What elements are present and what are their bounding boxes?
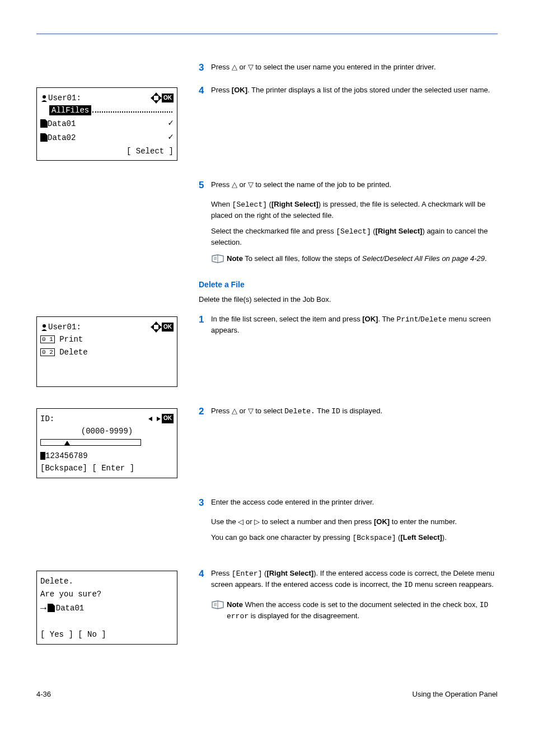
delete-step4-text: Press [Enter] ([Right Select]). If the e… [211,568,498,591]
note-block: Note To select all files, follow the ste… [211,254,498,264]
checkmark-icon: ✓ [168,117,174,130]
section-heading-delete: Delete a File [199,279,498,290]
menu-index-01: 0 1 [40,335,55,343]
id-field [40,439,141,446]
selected-row: AllFiles [49,105,91,115]
delete-step3-detail-2: You can go back one character by pressin… [211,533,498,544]
step-number: 5 [199,180,211,194]
step-5-text: Press △ or ▽ to select the name of the j… [211,180,498,190]
ok-icon: OK [162,94,174,103]
svg-point-1 [43,324,46,328]
lcd-screen-filelist: User01: OK AllFiles Data01 ✓ Data02 ✓ [36,87,177,161]
step-number: 4 [199,568,211,594]
footer-title: Using the Operation Panel [413,689,498,700]
nav-icon [152,94,161,102]
menu-index-02: 0 2 [40,348,55,356]
step-3-text: Press △ or ▽ to select the user name you… [211,62,498,73]
lcd-screen-menu: User01: OK 0 1 Print 0 2 Delete [36,316,177,386]
ok-icon: OK [162,323,174,332]
document-icon [40,133,48,142]
lcd-screen-id: ID: OK (0000-9999) 123456789 [Bckspace] … [36,408,177,478]
nav-icon [152,323,161,332]
left-arrow-icon [148,417,152,421]
step-number: 4 [199,85,211,99]
delete-step3-detail-1: Use the ◁ or ▷ to select a number and th… [211,517,498,528]
delete-step1-text: In the file list screen, select the item… [211,314,498,336]
header-rule [36,34,498,34]
right-arrow-icon [157,417,161,421]
step-number: 1 [199,314,211,339]
step-number: 3 [199,497,211,511]
lcd-screen-confirm: Delete. Are you sure? → Data01 [ Yes ] [… [36,571,177,644]
softkeys-confirm: [ Yes ] [ No ] [40,629,106,640]
note-block: Note When the access code is set to the … [211,600,498,622]
step-4-text: Press [OK]. The printer displays a list … [211,85,498,96]
step-number: 3 [199,62,211,76]
svg-point-0 [43,95,46,99]
arrow-right-icon: → [40,601,46,615]
checkmark-icon: ✓ [168,131,174,144]
delete-step2-text: Press △ or ▽ to select Delete. The ID is… [211,406,498,417]
page-footer: 4-36 Using the Operation Panel [36,689,498,700]
softkeys-id: [Bckspace] [ Enter ] [40,463,134,474]
step-5-detail-2: Select the checkmarked file and press [S… [211,226,498,248]
user-icon [40,94,48,102]
step-number: 2 [199,406,211,421]
document-icon [48,604,55,612]
document-icon [40,119,48,128]
note-icon [211,254,224,264]
step-5-detail-1: When [Select] ([Right Select]) is presse… [211,199,498,221]
note-icon [211,600,224,610]
delete-intro: Delete the file(s) selected in the Job B… [199,295,498,305]
page-number: 4-36 [36,689,51,700]
cursor-icon [40,452,45,460]
delete-step3-text: Enter the access code entered in the pri… [211,497,498,508]
ok-icon: OK [162,414,174,423]
softkey-select: [ Select ] [127,146,174,157]
user-icon [40,323,48,331]
caret-up-icon [64,441,70,445]
